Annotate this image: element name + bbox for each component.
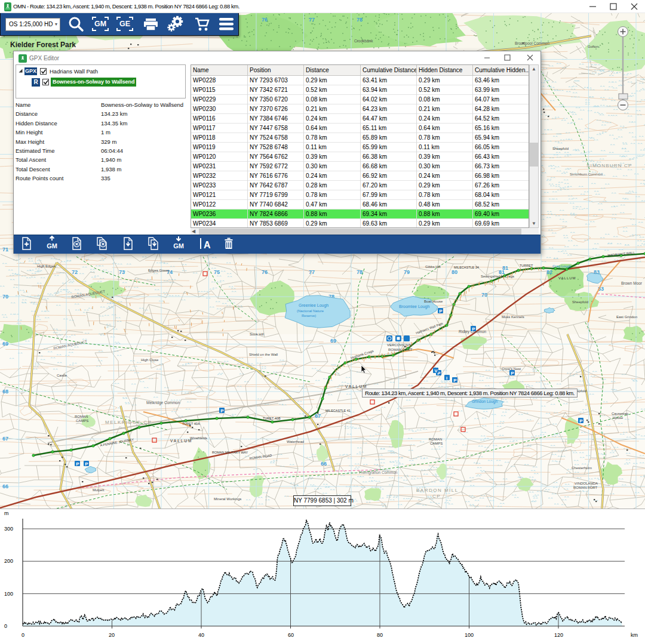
- svg-text:i: i: [446, 375, 447, 381]
- svg-text:Castle: Castle: [57, 374, 67, 377]
- svg-text:200: 200: [4, 558, 13, 564]
- svg-text:m: m: [4, 510, 9, 516]
- svg-text:81: 81: [502, 265, 508, 271]
- svg-text:Moss Kennels: Moss Kennels: [502, 315, 524, 319]
- svg-text:Waterhead: Waterhead: [287, 440, 304, 443]
- svg-text:GE: GE: [119, 20, 130, 28]
- svg-text:East Grindon: East Grindon: [616, 315, 637, 319]
- svg-text:100: 100: [4, 591, 13, 597]
- svg-text:Brown Moor: Brown Moor: [621, 281, 643, 285]
- svg-text:Causeway: Causeway: [612, 412, 628, 415]
- svg-text:Shield on the Wall: Shield on the Wall: [249, 353, 278, 356]
- svg-text:Winshields: Winshields: [190, 436, 207, 440]
- svg-text:40: 40: [198, 632, 204, 638]
- svg-text:VALLUM: VALLUM: [345, 384, 368, 389]
- svg-text:House: House: [613, 416, 624, 420]
- svg-text:69: 69: [2, 341, 8, 347]
- svg-text:ROMAN FORT: ROMAN FORT: [573, 486, 598, 489]
- svg-text:MILECASTLE 34: MILECASTLE 34: [454, 266, 479, 269]
- svg-text:68: 68: [2, 389, 8, 395]
- svg-text:Greenlee Lough: Greenlee Lough: [299, 303, 328, 308]
- svg-text:ROMAN: ROMAN: [75, 415, 88, 418]
- svg-text:GM: GM: [47, 242, 57, 249]
- svg-text:GM: GM: [173, 242, 184, 249]
- svg-text:78: 78: [357, 269, 363, 275]
- svg-text:Gofton: Gofton: [588, 45, 598, 48]
- svg-text:Sewingshields Crags: Sewingshields Crags: [481, 275, 514, 278]
- svg-text:76: 76: [262, 269, 268, 275]
- svg-text:V: V: [435, 368, 438, 374]
- svg-text:77: 77: [309, 269, 315, 275]
- svg-text:0: 0: [22, 632, 24, 638]
- svg-text:120: 120: [554, 632, 563, 638]
- svg-text:Sheepfold: Sheepfold: [552, 147, 569, 150]
- svg-text:Thorngrafton Common: Thorngrafton Common: [358, 470, 398, 475]
- svg-text:76: 76: [262, 17, 268, 23]
- svg-text:ROMAN FORT: ROMAN FORT: [388, 348, 413, 352]
- svg-text:High Edges: High Edges: [37, 264, 56, 268]
- svg-text:79: 79: [404, 269, 410, 275]
- svg-text:300: 300: [4, 526, 13, 532]
- svg-text:78: 78: [357, 17, 363, 23]
- svg-text:GM: GM: [94, 20, 106, 28]
- svg-text:SIMONBURN CP: SIMONBURN CP: [586, 163, 632, 168]
- svg-text:A: A: [204, 240, 211, 250]
- svg-text:Reserve): Reserve): [302, 314, 316, 318]
- svg-text:CAMPS: CAMPS: [430, 442, 443, 445]
- svg-text:77: 77: [309, 17, 315, 23]
- svg-text:VALLUM: VALLUM: [558, 276, 576, 280]
- svg-text:0: 0: [4, 623, 7, 629]
- svg-text:TURET 40B: TURET 40B: [263, 417, 281, 420]
- svg-text:VERCOVICIVM: VERCOVICIVM: [387, 343, 412, 347]
- svg-text:Crookbank: Crookbank: [354, 39, 373, 43]
- svg-text:Broomlee Lough: Broomlee Lough: [399, 304, 429, 309]
- svg-text:VALLUM: VALLUM: [170, 439, 193, 443]
- svg-text:Mulpelt: Mulpelt: [93, 488, 105, 492]
- svg-text:P: P: [579, 418, 583, 424]
- svg-text:P: P: [76, 461, 79, 467]
- svg-text:67: 67: [2, 436, 8, 442]
- svg-text:Kielder Forest Park: Kielder Forest Park: [10, 41, 76, 49]
- svg-text:Boat House: Boat House: [424, 300, 443, 303]
- svg-text:100: 100: [465, 632, 474, 638]
- svg-text:66: 66: [321, 461, 327, 467]
- svg-text:ROMAN MILITARY WAY: ROMAN MILITARY WAY: [212, 451, 248, 454]
- svg-text:MILECASTLE 41: MILECASTLE 41: [325, 409, 351, 412]
- svg-text:P: P: [511, 371, 514, 376]
- svg-text:60: 60: [288, 632, 294, 638]
- svg-text:BARDON MILL: BARDON MILL: [416, 488, 459, 493]
- svg-text:80: 80: [452, 269, 457, 275]
- svg-text:km: km: [631, 632, 638, 638]
- svg-text:66: 66: [2, 483, 8, 489]
- svg-text:CAMPS: CAMPS: [76, 419, 88, 423]
- svg-text:CP: CP: [432, 494, 441, 499]
- svg-text:82: 82: [546, 269, 552, 275]
- svg-text:Mineral Workings: Mineral Workings: [214, 497, 241, 501]
- svg-text:Sheepfold: Sheepfold: [572, 300, 588, 304]
- svg-text:71: 71: [2, 246, 8, 252]
- svg-text:70: 70: [2, 294, 8, 300]
- svg-text:69: 69: [330, 338, 336, 344]
- svg-text:Edges Green: Edges Green: [148, 269, 169, 272]
- svg-text:P: P: [439, 309, 443, 314]
- svg-text:High Close: High Close: [141, 358, 159, 362]
- svg-text:P: P: [453, 378, 457, 383]
- svg-text:Broadpool Common: Broadpool Common: [515, 41, 549, 46]
- svg-text:Chesterholm: Chesterholm: [572, 466, 592, 470]
- svg-text:P: P: [472, 326, 475, 332]
- svg-text:20: 20: [109, 632, 115, 638]
- svg-text:Gibbs Hill: Gibbs Hill: [425, 265, 441, 269]
- svg-text:73: 73: [119, 269, 125, 275]
- svg-text:70: 70: [481, 292, 487, 298]
- svg-text:Grindon Lough: Grindon Lough: [472, 399, 497, 404]
- svg-text:Melkridge Common: Melkridge Common: [146, 400, 180, 405]
- svg-text:TURET 40A: TURET 40A: [182, 422, 200, 426]
- svg-text:P: P: [85, 461, 88, 467]
- svg-text:75: 75: [214, 269, 220, 275]
- svg-text:MELKRIDGE CP: MELKRIDGE CP: [105, 420, 152, 425]
- svg-text:VINDOLANDA: VINDOLANDA: [575, 482, 598, 485]
- svg-text:Sook Hill: Sook Hill: [250, 332, 264, 336]
- svg-text:Simonburn Common: Simonburn Common: [570, 172, 603, 176]
- svg-text:P: P: [220, 408, 224, 414]
- svg-text:(Nacional Nature: (Nacional Nature: [297, 309, 324, 313]
